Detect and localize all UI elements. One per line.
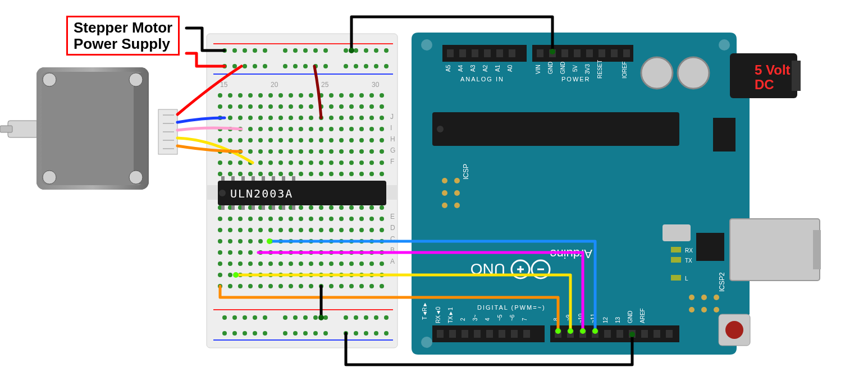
svg-point-47 xyxy=(354,64,358,68)
svg-point-149 xyxy=(349,149,354,154)
svg-point-330 xyxy=(293,315,298,320)
bb-col-20: 20 xyxy=(271,81,278,89)
svg-point-218 xyxy=(349,217,354,221)
voltage-label: 5 Volt DC xyxy=(755,63,791,93)
svg-point-447 xyxy=(318,315,324,320)
digital-section-label: DIGITAL (PWM=~) xyxy=(477,304,546,311)
icsp2-label: ICSP2 xyxy=(718,272,726,292)
svg-point-83 xyxy=(369,104,374,109)
svg-point-205 xyxy=(218,217,222,221)
svg-point-421 xyxy=(442,190,447,196)
tx-led-label: TX xyxy=(685,258,692,264)
svg-point-426 xyxy=(701,295,707,300)
pin-gnd1: GND xyxy=(547,62,554,74)
reset-label: RESET xyxy=(751,293,758,314)
svg-point-178 xyxy=(299,172,303,176)
svg-point-448 xyxy=(629,332,635,337)
svg-point-90 xyxy=(268,116,273,120)
svg-point-49 xyxy=(374,64,378,68)
svg-point-139 xyxy=(248,149,253,154)
svg-point-67 xyxy=(380,93,384,98)
svg-rect-385 xyxy=(561,49,568,57)
svg-point-341 xyxy=(243,331,247,336)
pin-gnd-d: GND xyxy=(627,311,633,323)
svg-point-211 xyxy=(278,217,283,221)
usb-port xyxy=(730,219,821,281)
svg-rect-408 xyxy=(641,330,648,338)
svg-rect-377 xyxy=(447,49,454,57)
svg-point-430 xyxy=(714,307,719,313)
bb-row-a: A xyxy=(390,258,395,265)
svg-rect-364 xyxy=(221,205,225,210)
svg-point-76 xyxy=(299,104,303,109)
svg-point-25 xyxy=(263,48,267,53)
svg-point-285 xyxy=(339,261,344,266)
svg-rect-394 xyxy=(449,330,456,338)
pin-ioref: IOREF xyxy=(622,61,628,79)
svg-point-412 xyxy=(437,126,444,132)
svg-point-235 xyxy=(349,228,354,232)
svg-rect-433 xyxy=(671,275,681,281)
svg-point-351 xyxy=(364,331,368,336)
svg-point-185 xyxy=(369,172,374,176)
pin-d4: 4 xyxy=(485,318,491,321)
svg-point-145 xyxy=(309,149,313,154)
svg-rect-416 xyxy=(663,224,691,241)
svg-point-123 xyxy=(258,138,263,143)
svg-point-64 xyxy=(349,93,354,98)
svg-point-23 xyxy=(243,48,247,53)
svg-rect-399 xyxy=(511,330,518,338)
svg-point-39 xyxy=(253,64,257,68)
svg-point-38 xyxy=(243,64,247,68)
bb-row-e: E xyxy=(390,213,395,221)
uln2003a-chip: ULN2003A xyxy=(218,176,386,210)
svg-point-348 xyxy=(323,331,328,336)
pin-reset: RESET xyxy=(597,60,603,79)
svg-point-289 xyxy=(380,261,384,266)
svg-point-335 xyxy=(354,315,358,320)
svg-point-176 xyxy=(278,172,283,176)
svg-point-118 xyxy=(380,127,384,131)
svg-point-239 xyxy=(218,239,222,244)
svg-point-446 xyxy=(550,49,555,54)
svg-point-92 xyxy=(289,116,293,120)
svg-point-312 xyxy=(268,284,273,288)
wiring-diagram: { "labels": { "power_supply_line1": "Ste… xyxy=(0,0,868,372)
svg-point-40 xyxy=(263,64,267,68)
svg-point-326 xyxy=(243,315,247,320)
svg-point-340 xyxy=(232,331,237,336)
svg-rect-362 xyxy=(282,176,285,181)
svg-point-308 xyxy=(228,284,232,288)
svg-point-69 xyxy=(228,104,232,109)
svg-point-35 xyxy=(384,48,389,53)
svg-point-125 xyxy=(278,138,283,143)
svg-rect-359 xyxy=(252,176,255,181)
svg-point-130 xyxy=(329,138,334,143)
bb-row-d: D xyxy=(390,224,395,232)
svg-point-140 xyxy=(258,149,263,154)
svg-point-281 xyxy=(299,261,303,266)
svg-point-26 xyxy=(283,48,287,53)
svg-point-129 xyxy=(319,138,323,143)
svg-point-115 xyxy=(349,127,354,131)
svg-point-98 xyxy=(349,116,354,120)
svg-point-454 xyxy=(267,238,272,244)
svg-rect-432 xyxy=(671,257,681,263)
svg-point-290 xyxy=(218,273,222,277)
svg-point-24 xyxy=(253,48,257,53)
svg-point-236 xyxy=(359,228,364,232)
svg-point-142 xyxy=(278,149,283,154)
svg-point-132 xyxy=(349,138,354,143)
svg-point-355 xyxy=(219,190,226,196)
svg-point-72 xyxy=(258,104,263,109)
svg-rect-381 xyxy=(496,49,503,57)
svg-point-287 xyxy=(359,261,364,266)
svg-point-134 xyxy=(369,138,374,143)
svg-point-200 xyxy=(339,205,344,210)
svg-point-311 xyxy=(258,284,263,288)
svg-point-204 xyxy=(380,205,384,210)
svg-point-288 xyxy=(369,261,374,266)
svg-point-124 xyxy=(268,138,273,143)
tx-arrow: T◄ xyxy=(422,311,428,320)
svg-point-419 xyxy=(442,178,447,183)
